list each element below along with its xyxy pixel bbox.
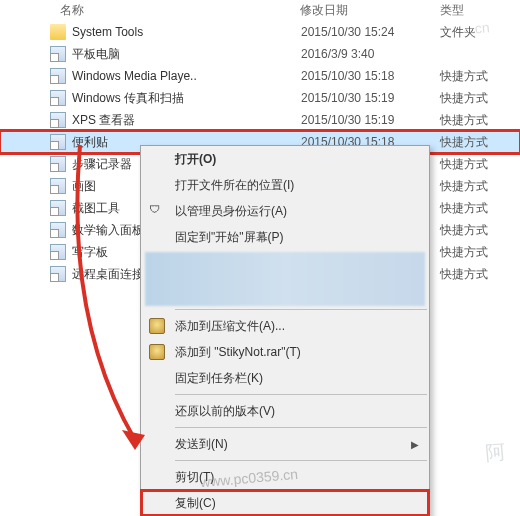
file-row[interactable]: 平板电脑2016/3/9 3:40 [0, 43, 520, 65]
file-date: 2016/3/9 3:40 [301, 47, 440, 61]
menu-separator [175, 460, 427, 461]
file-type: 快捷方式 [440, 178, 520, 195]
shortcut-icon [50, 178, 66, 194]
shortcut-icon [50, 134, 66, 150]
column-header: 名称 修改日期 类型 [0, 0, 520, 21]
file-row[interactable]: Windows Media Playe..2015/10/30 15:18快捷方… [0, 65, 520, 87]
file-type: 快捷方式 [440, 156, 520, 173]
menu-item[interactable]: 添加到压缩文件(A)... [141, 313, 429, 339]
file-name: XPS 查看器 [72, 112, 301, 129]
shortcut-icon [50, 156, 66, 172]
menu-item[interactable]: 添加到 "StikyNot.rar"(T) [141, 339, 429, 365]
file-date: 2015/10/30 15:24 [301, 25, 440, 39]
menu-item[interactable]: 还原以前的版本(V) [141, 398, 429, 424]
menu-item-label: 以管理员身份运行(A) [175, 203, 287, 220]
winrar-icon [149, 318, 165, 334]
file-name: Windows 传真和扫描 [72, 90, 301, 107]
shortcut-icon [50, 112, 66, 128]
file-type: 快捷方式 [440, 266, 520, 283]
file-name: Windows Media Playe.. [72, 69, 301, 83]
shortcut-icon [50, 46, 66, 62]
file-type: 文件夹 [440, 24, 520, 41]
menu-separator [175, 309, 427, 310]
menu-item[interactable]: 打开文件所在的位置(I) [141, 172, 429, 198]
menu-item-label: 固定到任务栏(K) [175, 370, 263, 387]
admin-icon [149, 203, 165, 219]
shortcut-icon [50, 90, 66, 106]
file-date: 2015/10/30 15:19 [301, 91, 440, 105]
header-date[interactable]: 修改日期 [300, 2, 440, 19]
menu-item-label: 复制(C) [175, 495, 216, 512]
menu-separator [175, 394, 427, 395]
menu-item[interactable]: 打开(O) [141, 146, 429, 172]
header-name[interactable]: 名称 [0, 2, 300, 19]
shortcut-icon [50, 68, 66, 84]
folder-icon [50, 24, 66, 40]
file-type: 快捷方式 [440, 68, 520, 85]
menu-item-label: 固定到"开始"屏幕(P) [175, 229, 284, 246]
watermark: 阿 [484, 438, 506, 467]
menu-item[interactable]: 发送到(N)▶ [141, 431, 429, 457]
file-type: 快捷方式 [440, 200, 520, 217]
shortcut-icon [50, 200, 66, 216]
file-row[interactable]: Windows 传真和扫描2015/10/30 15:19快捷方式 [0, 87, 520, 109]
shortcut-icon [50, 244, 66, 260]
file-name: System Tools [72, 25, 301, 39]
file-type: 快捷方式 [440, 112, 520, 129]
menu-item[interactable]: 固定到"开始"屏幕(P) [141, 224, 429, 250]
menu-item-label: 打开文件所在的位置(I) [175, 177, 294, 194]
menu-item-label: 添加到压缩文件(A)... [175, 318, 285, 335]
menu-blurred-area [145, 252, 425, 306]
shortcut-icon [50, 266, 66, 282]
menu-item[interactable]: 以管理员身份运行(A) [141, 198, 429, 224]
menu-item-label: 剪切(T) [175, 469, 214, 486]
menu-item-label: 添加到 "StikyNot.rar"(T) [175, 344, 301, 361]
file-name: 平板电脑 [72, 46, 301, 63]
shortcut-icon [50, 222, 66, 238]
menu-item[interactable]: 复制(C) [141, 490, 429, 516]
file-row[interactable]: System Tools2015/10/30 15:24文件夹 [0, 21, 520, 43]
file-row[interactable]: XPS 查看器2015/10/30 15:19快捷方式 [0, 109, 520, 131]
header-type[interactable]: 类型 [440, 2, 520, 19]
winrar-icon [149, 344, 165, 360]
menu-item-label: 打开(O) [175, 151, 216, 168]
file-type: 快捷方式 [440, 244, 520, 261]
menu-separator [175, 427, 427, 428]
file-date: 2015/10/30 15:18 [301, 69, 440, 83]
menu-item[interactable]: 剪切(T) [141, 464, 429, 490]
file-type: 快捷方式 [440, 134, 520, 151]
file-type: 快捷方式 [440, 222, 520, 239]
menu-item[interactable]: 固定到任务栏(K) [141, 365, 429, 391]
menu-item-label: 发送到(N) [175, 436, 228, 453]
file-type: 快捷方式 [440, 90, 520, 107]
submenu-arrow-icon: ▶ [411, 439, 419, 450]
file-date: 2015/10/30 15:19 [301, 113, 440, 127]
menu-item-label: 还原以前的版本(V) [175, 403, 275, 420]
context-menu: 打开(O)打开文件所在的位置(I)以管理员身份运行(A)固定到"开始"屏幕(P)… [140, 145, 430, 516]
